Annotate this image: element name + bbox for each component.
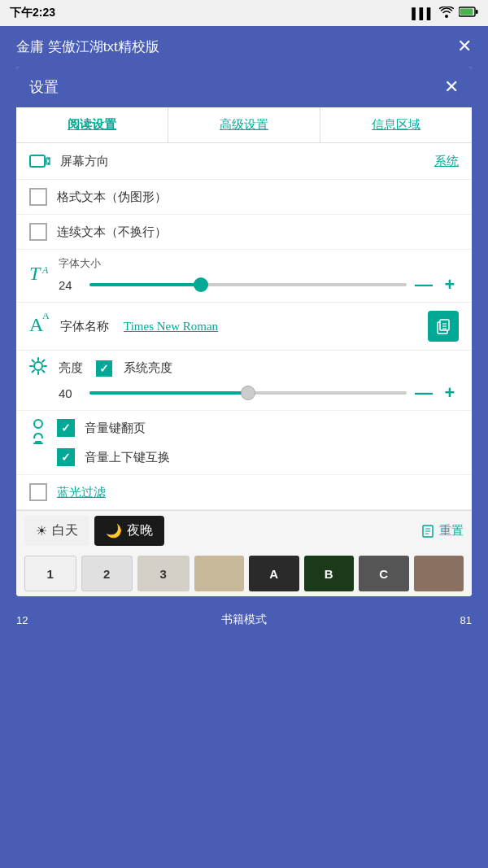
continuous-text-checkbox[interactable]	[29, 223, 47, 241]
svg-line-25	[33, 370, 34, 372]
settings-panel: 设置 ✕ 阅读设置 高级设置 信息区域 屏幕方向 系统 格式文本	[16, 67, 472, 596]
brightness-controls: 40 — +	[59, 382, 459, 403]
font-size-minus[interactable]: —	[415, 274, 433, 295]
status-icons: ▌▌▌	[412, 7, 478, 20]
reset-label: 重置	[439, 523, 464, 539]
font-size-section: T A 字体大小 24 — +	[16, 250, 472, 303]
swatch-2[interactable]: 2	[81, 556, 133, 591]
font-name-icon: A A	[29, 313, 52, 339]
font-name-label: 字体名称	[60, 319, 109, 334]
brightness-track	[89, 391, 248, 395]
settings-title: 设置	[29, 77, 59, 97]
font-copy-button[interactable]	[428, 311, 459, 342]
theme-reset-button[interactable]: 重置	[421, 523, 464, 539]
font-size-content: 字体大小 24 — +	[59, 256, 459, 295]
brightness-section: 亮度 系统亮度 40 — +	[16, 351, 472, 411]
font-size-slider[interactable]	[89, 283, 407, 286]
title-close-button[interactable]: ✕	[457, 36, 472, 57]
time: 下午2:23	[10, 6, 55, 20]
volume-flip-row: 音量键翻页	[57, 416, 170, 440]
brightness-system-checkbox[interactable]	[96, 360, 112, 377]
theme-day-button[interactable]: ☀ 白天	[24, 516, 89, 546]
bottom-bar: 12 书籍模式 81	[0, 604, 488, 635]
font-size-plus[interactable]: +	[441, 274, 459, 295]
swatch-8[interactable]	[414, 556, 464, 591]
svg-line-22	[33, 360, 34, 362]
volume-icon	[29, 416, 47, 469]
svg-line-24	[42, 360, 44, 362]
brightness-slider[interactable]	[89, 391, 407, 395]
font-name-value[interactable]: Times New Roman	[124, 320, 420, 334]
volume-flip-checkbox[interactable]	[57, 419, 75, 437]
tab-info[interactable]: 信息区域	[320, 107, 472, 142]
theme-night-button[interactable]: 🌙 夜晚	[94, 516, 164, 546]
swatch-4[interactable]	[194, 556, 245, 591]
blue-filter-label: 蓝光过滤	[57, 485, 106, 500]
brightness-label: 亮度	[59, 360, 83, 376]
swatch-1[interactable]: 1	[24, 556, 76, 591]
swatch-7[interactable]: C	[359, 556, 409, 591]
day-icon: ☀	[36, 523, 47, 539]
swatch-6[interactable]: B	[304, 556, 355, 591]
font-size-thumb[interactable]	[194, 277, 208, 292]
svg-rect-1	[460, 9, 473, 15]
brightness-top: 亮度 系统亮度	[29, 357, 459, 379]
volume-section: 音量键翻页 音量上下键互换	[16, 411, 472, 475]
font-size-controls: 24 — +	[59, 274, 459, 295]
settings-close-button[interactable]: ✕	[444, 76, 459, 98]
day-label: 白天	[52, 522, 78, 539]
volume-swap-checkbox[interactable]	[57, 448, 75, 466]
screen-orientation-icon	[29, 153, 52, 169]
blue-filter-row: 蓝光过滤	[16, 475, 472, 510]
svg-line-23	[42, 370, 44, 372]
status-bar: 下午2:23 ▌▌▌	[0, 0, 488, 26]
font-size-icon: T A	[29, 262, 52, 290]
settings-header: 设置 ✕	[16, 67, 472, 107]
continuous-text-label: 连续文本（不换行）	[57, 225, 167, 240]
brightness-minus[interactable]: —	[415, 382, 433, 403]
screen-orientation-label: 屏幕方向	[60, 154, 426, 169]
volume-checkboxes: 音量键翻页 音量上下键互换	[57, 416, 170, 469]
font-size-track	[89, 283, 201, 286]
wifi-icon	[439, 7, 454, 20]
svg-text:A: A	[42, 313, 50, 321]
brightness-plus[interactable]: +	[441, 382, 459, 403]
swatch-3[interactable]: 3	[137, 556, 190, 591]
svg-text:T: T	[29, 263, 41, 284]
blue-filter-checkbox[interactable]	[29, 483, 47, 501]
settings-tabs: 阅读设置 高级设置 信息区域	[16, 107, 472, 143]
night-icon: 🌙	[106, 523, 122, 539]
volume-flip-label: 音量键翻页	[85, 421, 146, 436]
bottom-right-num: 81	[460, 614, 472, 626]
font-size-value: 24	[59, 278, 81, 292]
bottom-label: 书籍模式	[221, 613, 267, 627]
volume-swap-row: 音量上下键互换	[57, 445, 170, 469]
format-text-label: 格式文本（伪图形）	[57, 190, 167, 205]
continuous-text-row: 连续文本（不换行）	[16, 215, 472, 250]
svg-rect-2	[476, 10, 478, 14]
brightness-icon	[29, 357, 52, 379]
format-text-row: 格式文本（伪图形）	[16, 180, 472, 215]
battery-icon	[459, 7, 478, 20]
swatches-row: 1 2 3 A B C	[16, 551, 472, 596]
format-text-checkbox[interactable]	[29, 188, 47, 206]
tab-reading[interactable]: 阅读设置	[16, 107, 168, 142]
night-label: 夜晚	[127, 522, 153, 539]
app-title: 金庸 笑傲江湖txt精校版	[16, 37, 159, 56]
theme-bar: ☀ 白天 🌙 夜晚 重置	[16, 510, 472, 551]
signal-icon: ▌▌▌	[412, 7, 434, 20]
swatch-5[interactable]: A	[249, 556, 299, 591]
svg-point-26	[34, 420, 42, 428]
volume-swap-label: 音量上下键互换	[85, 450, 170, 465]
screen-orientation-value[interactable]: 系统	[434, 154, 459, 169]
svg-rect-3	[30, 155, 45, 167]
tab-advanced[interactable]: 高级设置	[168, 107, 320, 142]
brightness-value: 40	[59, 386, 81, 400]
brightness-system-label: 系统亮度	[124, 360, 172, 376]
reset-icon	[421, 524, 436, 539]
svg-point-17	[34, 362, 42, 370]
font-size-label: 字体大小	[59, 256, 459, 271]
brightness-thumb[interactable]	[241, 386, 255, 400]
bottom-left-num: 12	[16, 614, 28, 626]
font-name-section: A A 字体名称 Times New Roman	[16, 303, 472, 351]
